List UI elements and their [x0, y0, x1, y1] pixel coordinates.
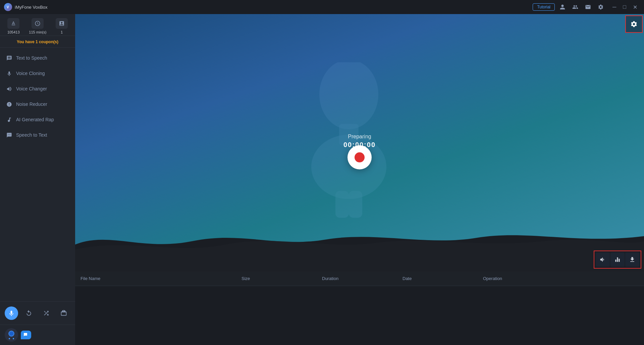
mic-silhouette [295, 62, 402, 196]
chatbot-bubble[interactable] [21, 331, 31, 339]
community-icon[interactable] [570, 3, 580, 11]
svg-point-6 [9, 338, 10, 339]
stat-count-value: 1 [61, 30, 63, 34]
svg-text:V: V [7, 5, 9, 9]
shuffle-button[interactable] [40, 306, 53, 320]
svg-rect-12 [349, 191, 362, 218]
sidebar: 105413 115 min(s) 1 You have 1 coupon(s) [0, 14, 75, 345]
minimize-button[interactable]: ─ [610, 3, 619, 11]
ai-rap-icon [6, 117, 12, 123]
svg-point-8 [319, 62, 378, 129]
sidebar-item-ai-rap-label: AI Generated Rap [16, 117, 54, 122]
stat-characters-value: 105413 [7, 30, 20, 34]
app-body: 105413 115 min(s) 1 You have 1 coupon(s) [0, 14, 644, 345]
app-logo: V [4, 3, 12, 11]
file-list-header: File Name Size Duration Date Operation [75, 271, 644, 286]
voice-changer-icon [6, 86, 12, 92]
record-indicator [355, 152, 365, 162]
sidebar-item-ai-generated-rap[interactable]: AI Generated Rap [0, 112, 75, 127]
characters-icon [7, 18, 19, 29]
svg-point-4 [9, 332, 13, 336]
main-content: Preparing 00:00:00 [75, 14, 644, 345]
stat-minutes: 115 min(s) [29, 18, 46, 34]
app-title: iMyFone VoxBox [15, 5, 533, 10]
speech-to-text-icon [6, 132, 12, 138]
maximize-button[interactable]: □ [620, 3, 629, 11]
loop-button[interactable] [22, 306, 36, 320]
settings-icon[interactable] [596, 3, 606, 11]
record-button-wrap [347, 145, 372, 169]
svg-rect-5 [7, 337, 15, 340]
settings-overlay-button[interactable] [625, 15, 643, 33]
noise-reducer-icon [6, 101, 12, 107]
sidebar-item-speech-to-text[interactable]: Speech to Text [0, 127, 75, 143]
minutes-icon [32, 18, 44, 29]
sidebar-item-text-to-speech[interactable]: Text to Speech [0, 50, 75, 66]
sidebar-stats: 105413 115 min(s) 1 [0, 14, 75, 36]
import-toolbar-button[interactable] [625, 253, 639, 267]
volume-toolbar-button[interactable] [596, 253, 610, 267]
sidebar-bottom-icons [0, 301, 75, 325]
voice-cloning-icon [6, 70, 12, 76]
recording-area: Preparing 00:00:00 [75, 14, 644, 271]
col-header-date: Date [397, 271, 478, 286]
record-button[interactable] [347, 145, 372, 169]
stat-count: 1 [56, 18, 68, 34]
sidebar-item-voice-cloning[interactable]: Voice Cloning [0, 66, 75, 81]
equalizer-toolbar-button[interactable] [610, 253, 625, 267]
tutorial-button[interactable]: Tutorial [533, 3, 555, 11]
record-nav-button[interactable] [5, 306, 18, 320]
sidebar-item-speech-to-text-label: Speech to Text [16, 132, 47, 138]
sidebar-item-noise-reducer[interactable]: Noise Reducer [0, 96, 75, 112]
col-header-size: Size [236, 271, 317, 286]
sidebar-item-voice-changer-label: Voice Changer [16, 86, 47, 91]
mail-icon[interactable] [583, 3, 593, 11]
sidebar-item-voice-changer[interactable]: Voice Changer [0, 81, 75, 96]
coupon-text: You have 1 coupon(s) [17, 40, 58, 44]
col-header-duration: Duration [317, 271, 397, 286]
close-button[interactable]: ✕ [630, 3, 640, 12]
coupon-bar: You have 1 coupon(s) [0, 36, 75, 48]
chatbot-widget [0, 325, 75, 345]
wave-landscape [75, 218, 644, 271]
account-icon[interactable] [557, 3, 568, 11]
sidebar-item-text-to-speech-label: Text to Speech [16, 55, 47, 61]
file-list-empty [75, 286, 644, 345]
title-bar: V iMyFone VoxBox Tutorial ─ □ ✕ [0, 0, 644, 14]
bottom-toolbar [594, 251, 641, 269]
col-header-filename: File Name [75, 271, 236, 286]
chatbot-avatar [4, 328, 19, 342]
count-icon [56, 18, 68, 29]
svg-point-7 [13, 338, 14, 339]
svg-rect-11 [335, 191, 349, 218]
status-label: Preparing [343, 134, 376, 140]
briefcase-button[interactable] [57, 306, 70, 320]
sidebar-item-voice-cloning-label: Voice Cloning [16, 71, 45, 76]
window-controls: ─ □ ✕ [610, 3, 640, 12]
file-list-area: File Name Size Duration Date Operation [75, 271, 644, 345]
text-to-speech-icon [6, 55, 12, 61]
sidebar-item-noise-reducer-label: Noise Reducer [16, 101, 47, 107]
stat-characters: 105413 [7, 18, 20, 34]
col-header-operation: Operation [478, 271, 644, 286]
stat-minutes-value: 115 min(s) [29, 30, 46, 34]
title-bar-actions: Tutorial ─ □ ✕ [533, 3, 640, 12]
sidebar-nav: Text to Speech Voice Cloning Voice Chang… [0, 48, 75, 301]
